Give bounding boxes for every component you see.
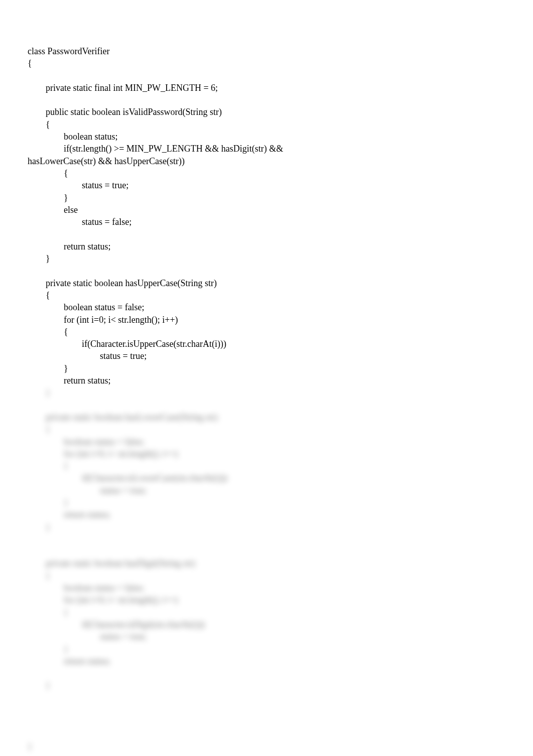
code-blurred-block: } private static boolean hasLowerCase(St… xyxy=(28,387,505,752)
code-visible-block: class PasswordVerifier { private static … xyxy=(28,45,505,387)
